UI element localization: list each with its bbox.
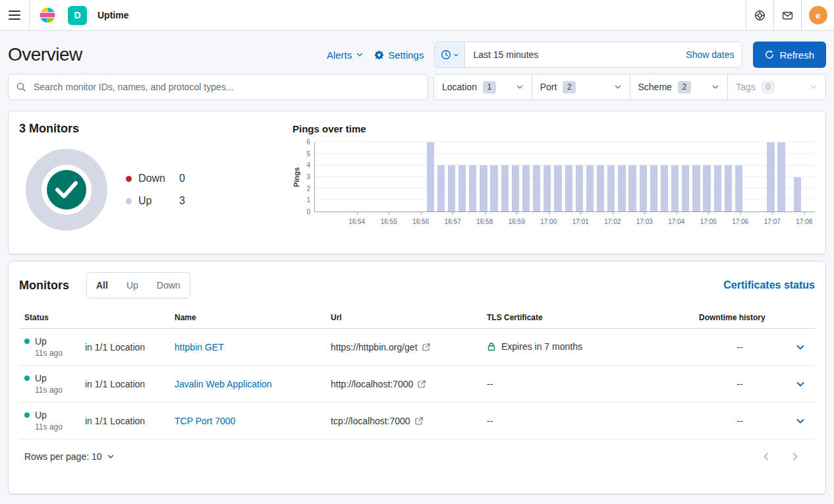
monitor-row: Up 11s ago in 1/1 Location httpbin GET h… [19, 329, 815, 366]
ping-bar [618, 165, 625, 211]
expand-cell [786, 366, 815, 403]
filter-tags[interactable]: Tags0 [727, 74, 825, 99]
legend-item-up: Up3 [126, 195, 185, 207]
filter-label-group: Location1 [442, 81, 496, 94]
previous-page-button[interactable] [761, 451, 771, 462]
monitor-name-link[interactable]: TCP Port 7000 [175, 416, 235, 426]
monitor-name-link[interactable]: httpbin GET [175, 342, 224, 352]
page-title: Overview [8, 44, 82, 65]
x-tick-mark [677, 212, 677, 215]
status-text: Up [35, 336, 47, 347]
ping-bar [480, 165, 487, 211]
downtime-cell: -- [694, 329, 786, 366]
hamburger-icon [9, 11, 20, 20]
elastic-logo[interactable] [39, 7, 56, 24]
external-link-icon[interactable] [422, 343, 430, 351]
ping-bar [607, 165, 615, 211]
search-icon [16, 82, 26, 92]
external-link-icon[interactable] [418, 380, 426, 388]
ping-bar [554, 165, 561, 211]
last-check-time: 11s ago [35, 385, 74, 395]
newsfeed-button[interactable] [773, 0, 801, 30]
x-tick-mark [549, 212, 549, 215]
user-menu-button[interactable]: e [801, 0, 834, 30]
filter-label-group: Tags0 [736, 81, 775, 94]
filter-label: Port [540, 82, 557, 92]
expand-row-button[interactable] [791, 342, 810, 352]
down-legend-dot [126, 176, 132, 182]
x-tick-label: 16:58 [476, 218, 493, 225]
status-donut-chart [26, 149, 107, 231]
ping-bar [692, 165, 700, 211]
expand-row-button[interactable] [791, 416, 810, 426]
clock-icon [441, 49, 451, 60]
y-tick-label: 2 [306, 186, 310, 192]
x-tick-mark [772, 212, 773, 215]
x-tick-mark [740, 212, 741, 215]
mail-icon [782, 10, 793, 21]
ping-bar [682, 165, 689, 211]
y-tick-label: 5 [306, 151, 310, 157]
search-input[interactable] [8, 74, 428, 100]
x-tick-label: 16:57 [445, 218, 461, 225]
x-tick-label: 16:56 [412, 218, 429, 225]
chevron-down-icon [795, 379, 806, 389]
y-tick-label: 4 [306, 162, 310, 169]
status-cell: Up 11s ago [19, 329, 80, 366]
x-tick-label: 16:54 [348, 218, 365, 225]
x-tick-mark [485, 212, 486, 215]
x-tick-label: 17:04 [668, 218, 684, 225]
alerts-dropdown[interactable]: Alerts [327, 49, 364, 61]
filter-count-badge: 2 [563, 81, 576, 94]
status-up-dot [24, 376, 30, 381]
status-cell: Up 11s ago [19, 403, 80, 439]
tls-text: -- [487, 416, 493, 426]
settings-button[interactable]: Settings [374, 49, 424, 61]
chevron-down-icon [795, 342, 806, 352]
ping-bar [777, 142, 785, 211]
tab-up[interactable]: Up [117, 273, 148, 298]
tab-all[interactable]: All [87, 273, 117, 298]
filter-port[interactable]: Port2 [532, 74, 630, 99]
ping-bar [725, 165, 732, 211]
x-tick-mark [804, 212, 805, 215]
date-picker-value[interactable]: Last 15 minutes [465, 49, 678, 60]
help-button[interactable] [746, 0, 773, 30]
col-name: Name [169, 309, 325, 329]
refresh-label: Refresh [779, 49, 814, 61]
name-cell: TCP Port 7000 [169, 403, 325, 439]
filter-scheme[interactable]: Scheme2 [630, 74, 728, 99]
show-dates-button[interactable]: Show dates [678, 49, 742, 60]
monitor-name-link[interactable]: Javalin Web Application [175, 379, 272, 389]
filter-group: Location1Port2Scheme2Tags0 [433, 74, 826, 100]
refresh-icon [765, 50, 774, 59]
col-status: Status [19, 309, 80, 329]
next-page-button[interactable] [790, 451, 800, 462]
status-text: Up [35, 373, 47, 383]
col-location [80, 309, 169, 329]
legend-label: Down [138, 173, 179, 184]
settings-label: Settings [388, 49, 424, 61]
x-tick-mark [516, 212, 517, 215]
legend-item-down: Down0 [126, 173, 185, 184]
rows-per-page-button[interactable]: Rows per page: 10 [24, 451, 115, 462]
ping-bar [640, 165, 647, 211]
filter-count-badge: 2 [678, 81, 691, 94]
filter-label-group: Port2 [540, 81, 576, 94]
status-cell: Up 11s ago [19, 366, 80, 403]
refresh-button[interactable]: Refresh [753, 42, 826, 68]
breadcrumb[interactable]: Uptime [97, 10, 128, 20]
filter-location[interactable]: Location1 [434, 74, 532, 99]
x-tick-label: 17:01 [572, 218, 589, 225]
ping-bar [650, 165, 657, 211]
tab-down[interactable]: Down [148, 273, 190, 298]
ping-bar [448, 165, 455, 211]
certificates-status-link[interactable]: Certificates status [723, 279, 815, 291]
menu-button[interactable] [0, 0, 30, 30]
legend-value: 0 [179, 173, 185, 184]
y-tick-label: 1 [306, 197, 310, 204]
date-picker-quick-menu-button[interactable] [435, 42, 465, 67]
space-avatar[interactable]: D [68, 6, 87, 25]
external-link-icon[interactable] [415, 417, 423, 425]
expand-row-button[interactable] [791, 379, 810, 389]
